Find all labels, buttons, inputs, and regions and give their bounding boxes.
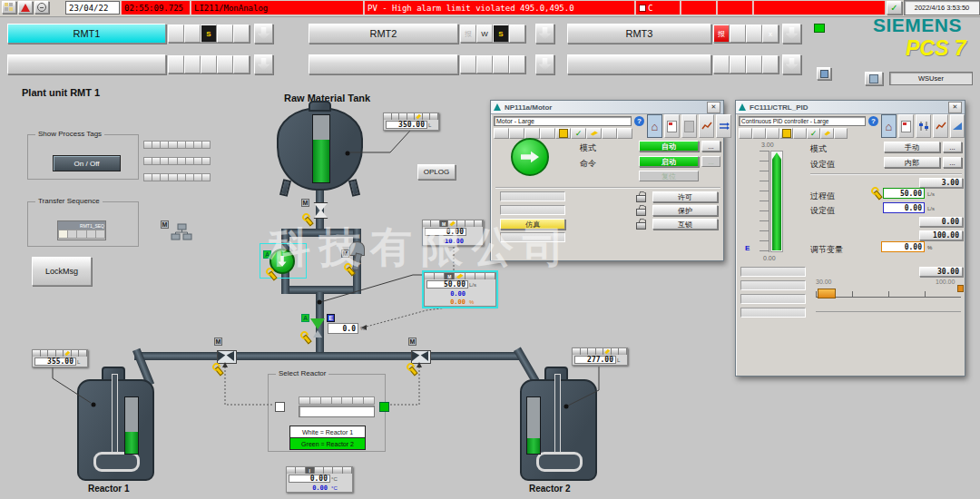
home-view-button[interactable]: ⌂	[647, 114, 662, 138]
system-clock: 2022/4/16 3:53:50	[904, 0, 980, 15]
mv-slider-handle[interactable]	[818, 289, 836, 298]
reactor2-level-meter[interactable]: 277.00L	[572, 347, 628, 366]
mode-more-button[interactable]: ...	[701, 141, 720, 152]
nav-empty-button[interactable]	[567, 54, 711, 74]
interlock-button[interactable]: 互锁	[652, 219, 718, 230]
trend-view-button[interactable]	[933, 114, 948, 138]
reactor1-level-meter[interactable]: 355.00L	[32, 349, 88, 367]
nav-status-cell[interactable]	[713, 55, 730, 73]
nav-w-cell[interactable]: W	[476, 24, 493, 43]
nav-alarm-cell-active[interactable]: 报	[713, 24, 730, 43]
block-type-dropdown[interactable]: Motor - Large	[494, 116, 632, 126]
protection-button[interactable]: 保护	[652, 205, 718, 216]
nav-rmt1-button[interactable]: RMT1	[7, 24, 166, 44]
nav-status-cell[interactable]	[201, 55, 217, 73]
nav-status-cell[interactable]	[217, 55, 233, 73]
group-display-row[interactable]	[143, 157, 211, 165]
limit-view-button[interactable]	[916, 114, 931, 138]
reactor2-select-handle[interactable]	[379, 402, 389, 412]
close-button[interactable]: ✕	[707, 102, 720, 113]
nav-empty-button[interactable]	[7, 54, 166, 74]
mv-slider-track[interactable]	[816, 291, 961, 298]
reactor1-select-handle[interactable]	[275, 402, 285, 412]
tool-button[interactable]	[817, 67, 831, 80]
control-valve[interactable]	[310, 318, 325, 329]
nav-down-button[interactable]	[782, 54, 801, 74]
mute-button[interactable]	[34, 1, 49, 14]
nav-rmt1-down-button[interactable]	[254, 24, 273, 44]
sequence-widget[interactable]: RMT1_SEQ	[57, 220, 106, 240]
nav-rmt3-down-button[interactable]	[782, 24, 801, 44]
ramp-view-button[interactable]	[950, 114, 965, 138]
group-display-row[interactable]	[143, 173, 211, 181]
oplog-button[interactable]: OPLOG	[417, 164, 456, 180]
mode-label: 模式	[580, 142, 596, 154]
help-button[interactable]: ?	[634, 116, 644, 126]
flow-meter-top[interactable]: M 0.00 10.00	[422, 220, 484, 246]
mode-more-button[interactable]: ...	[943, 142, 962, 152]
ack-button[interactable]: ✓	[887, 1, 902, 15]
nav-status-cell[interactable]	[746, 55, 762, 73]
nav-status-cell[interactable]	[509, 55, 525, 73]
permit-button[interactable]: 许可	[652, 191, 718, 202]
nav-status-cell[interactable]	[746, 24, 762, 43]
nav-status-cell[interactable]	[762, 55, 779, 73]
simulation-button[interactable]: 仿真	[500, 219, 565, 230]
mode-value-button[interactable]: 手动	[884, 142, 940, 152]
tank-level-meter[interactable]: 350.00L	[383, 113, 439, 131]
limits-view-button[interactable]	[716, 114, 731, 138]
message-view-button[interactable]	[664, 114, 680, 138]
alarm-warning-button[interactable]	[18, 1, 33, 14]
nav-status-cell[interactable]	[509, 24, 525, 43]
mv-value-field[interactable]: 0.00	[881, 241, 925, 252]
trend-view-button[interactable]	[699, 114, 714, 138]
nav-status-cell[interactable]	[493, 55, 509, 73]
nav-status-cell[interactable]	[460, 55, 476, 73]
motor-faceplate-window[interactable]: NP111a/Motor ✕ Motor - Large ? ⌂ ... ✓ 模…	[490, 100, 724, 261]
setpoint-source-button[interactable]: 内部	[884, 157, 940, 168]
nav-alarm-cell[interactable]: 报	[460, 24, 476, 43]
window-icon-button[interactable]	[2, 1, 16, 14]
valve-position-field[interactable]: 0.0	[328, 323, 358, 334]
nav-status-cell[interactable]	[233, 24, 250, 43]
mode-value-button[interactable]: 自动	[639, 141, 699, 152]
nav-empty-button[interactable]	[309, 54, 458, 74]
flow-meter-loop[interactable]: M 50.00L/s 0.00 0.00%	[424, 272, 496, 307]
nav-rmt3-button[interactable]: RMT3	[567, 24, 711, 44]
nav-status-cell[interactable]	[730, 24, 746, 43]
nav-rmt2-down-button[interactable]	[535, 24, 554, 44]
user-icon-button[interactable]	[865, 72, 883, 85]
command-value-button[interactable]: 启动	[639, 156, 699, 167]
nav-down-button[interactable]	[254, 54, 273, 74]
pid-faceplate-titlebar[interactable]: FC111/CTRL_PID ✕	[736, 101, 965, 114]
nav-s-status-cell[interactable]: S	[201, 24, 217, 43]
block-type-dropdown[interactable]: Continuous PID controller - Large	[739, 116, 866, 126]
close-button[interactable]: ✕	[948, 102, 962, 113]
selector-input[interactable]	[299, 406, 375, 417]
nav-rmt2-button[interactable]: RMT2	[309, 24, 458, 44]
home-view-button[interactable]: ⌂	[881, 114, 897, 138]
nav-status-cell[interactable]	[168, 55, 184, 73]
setpoint-source-more-button[interactable]: ...	[943, 157, 962, 168]
tank-outlet-valve[interactable]	[312, 202, 329, 219]
motor-faceplate-titlebar[interactable]: NP111a/Motor ✕	[491, 101, 723, 114]
nav-status-cell[interactable]	[184, 24, 201, 43]
sp-value-field[interactable]: 0.00	[883, 202, 925, 213]
help-button[interactable]: ?	[868, 116, 878, 126]
nav-down-button[interactable]	[535, 54, 554, 74]
nav-status-cell[interactable]	[184, 55, 201, 73]
batch-view-button[interactable]	[681, 114, 697, 138]
nav-status-cell[interactable]	[730, 55, 746, 73]
nav-status-cell[interactable]	[476, 55, 493, 73]
on-off-button[interactable]: On / Off	[53, 155, 121, 171]
nav-x-cell[interactable]: x	[762, 24, 779, 43]
message-view-button[interactable]	[898, 114, 914, 138]
nav-status-cell[interactable]	[217, 24, 233, 43]
group-display-row[interactable]	[143, 141, 211, 149]
temperature-meter[interactable]: I 0.00°C 0.00°C	[286, 466, 353, 493]
nav-status-cell[interactable]	[233, 55, 250, 73]
nav-status-cell[interactable]	[168, 24, 184, 43]
pid-faceplate-window[interactable]: FC111/CTRL_PID ✕ Continuous PID controll…	[735, 100, 965, 377]
lockmsg-button[interactable]: LockMsg	[32, 257, 92, 286]
nav-s-status-cell[interactable]: S	[493, 24, 509, 43]
